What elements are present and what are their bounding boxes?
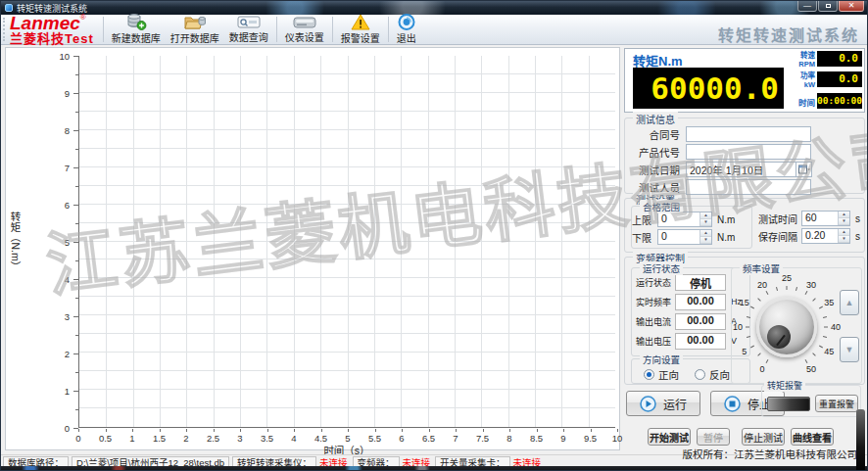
start-test-button[interactable]: 开始测试 bbox=[648, 428, 691, 446]
toolbar-button-label: 打开数据库 bbox=[170, 30, 219, 45]
toolbar-button-label: 退出 bbox=[397, 30, 416, 45]
chart-plot-area bbox=[78, 56, 615, 428]
frequency-down-button[interactable]: ▼ bbox=[840, 337, 859, 362]
test-date-value[interactable]: 2020年 1月10日 bbox=[686, 162, 796, 177]
test-info-group: 测试信息 合同号 产品代号 测试日期 2020年 1月10日 bbox=[624, 118, 865, 194]
knob-scale-label: 20 bbox=[757, 280, 767, 290]
product-code-input[interactable] bbox=[686, 144, 811, 160]
toolbar-right-title: 转矩转速测试系统 bbox=[718, 23, 859, 46]
taskbar-edge-bar bbox=[856, 409, 865, 471]
inverter-control-group: 变频器控制 运行状态 运行状态 停机 实时频率 00.00 Hz 输出电流 00… bbox=[624, 257, 865, 385]
spinner-buttons[interactable]: ▲▼ bbox=[838, 212, 849, 225]
open-database-button[interactable]: 打开数据库 bbox=[166, 15, 224, 44]
power-value-display: 0.0 bbox=[817, 71, 862, 87]
alarm-settings-button[interactable]: 报警设置 bbox=[336, 15, 385, 44]
test-duration-value: 60 bbox=[802, 212, 838, 225]
stop-test-button[interactable]: 停止测试 bbox=[742, 428, 785, 446]
spinner-buttons[interactable]: ▲▼ bbox=[699, 230, 711, 244]
chart-y-ticks: 012345678910 bbox=[45, 56, 78, 428]
torque-alarm-title: 转矩报警 bbox=[764, 379, 805, 392]
new-database-button[interactable]: 新建数据库 bbox=[107, 15, 166, 44]
instrument-settings-button[interactable]: 仪表设置 bbox=[280, 15, 329, 44]
spinner-buttons[interactable]: ▲▼ bbox=[838, 229, 849, 243]
test-duration-input[interactable]: 60 ▲▼ bbox=[801, 211, 850, 226]
upper-limit-unit: N.m bbox=[717, 214, 735, 225]
y-tick-label: 10 bbox=[59, 51, 70, 62]
y-tick-label: 4 bbox=[65, 274, 70, 285]
y-tick-label: 1 bbox=[65, 386, 70, 397]
lower-limit-value: 0 bbox=[658, 230, 699, 244]
maximize-icon bbox=[826, 4, 831, 8]
minimize-button[interactable]: — bbox=[797, 1, 817, 12]
y-tick-label: 5 bbox=[65, 237, 70, 248]
windows-taskbar[interactable] bbox=[1, 466, 868, 471]
knob-scale-label: 0 bbox=[759, 364, 764, 374]
test-date-label: 测试日期 bbox=[625, 163, 686, 177]
new-database-icon bbox=[125, 14, 147, 30]
torque-alarm-group: 转矩报警 重置报警 bbox=[761, 385, 861, 417]
power-label: 功率 kW bbox=[782, 72, 815, 89]
chart-y-axis-label: 转矩（N.m） bbox=[8, 56, 24, 428]
lower-limit-label: 下限 bbox=[632, 230, 657, 245]
application-window: 转矩转速测试系统 — ✕ Lanmec® 兰菱科技Test bbox=[0, 0, 868, 471]
copyright-text: 版权所有：江苏兰菱机电科技有限公司 bbox=[683, 447, 858, 461]
knob-tick bbox=[746, 327, 749, 328]
knob-scale-label: 15 bbox=[740, 298, 749, 307]
knob-sphere[interactable] bbox=[756, 297, 817, 357]
direction-reverse-radio[interactable]: 反向 bbox=[695, 367, 730, 382]
calendar-icon bbox=[798, 165, 810, 175]
knob-tick bbox=[813, 298, 817, 302]
radio-unselected-icon bbox=[695, 369, 705, 380]
save-interval-input[interactable]: 0.20 ▲▼ bbox=[801, 228, 850, 244]
knob-scale-label: 5 bbox=[742, 347, 747, 356]
frequency-up-button[interactable]: ▲ bbox=[840, 290, 859, 315]
direction-forward-radio[interactable]: 正向 bbox=[644, 367, 679, 382]
test-duration-label: 测试时间 bbox=[754, 212, 801, 226]
qualified-range-title: 合格范围 bbox=[640, 200, 683, 213]
exit-button[interactable]: 退出 bbox=[392, 15, 421, 44]
maximize-button[interactable] bbox=[818, 1, 838, 12]
speed-label: 转速 RPM bbox=[782, 52, 815, 69]
reset-alarm-label: 重置报警 bbox=[819, 398, 854, 410]
toolbar-divider bbox=[332, 17, 333, 42]
test-settings-group: 测试设置 合格范围 上限 0 ▲▼ N.m 下限 0 ▲▼ bbox=[624, 198, 865, 253]
knob-tick bbox=[805, 291, 808, 295]
upper-limit-input[interactable]: 0 ▲▼ bbox=[657, 212, 712, 227]
spinner-buttons[interactable]: ▲▼ bbox=[699, 212, 711, 226]
speed-value-display: 0.0 bbox=[817, 51, 862, 67]
stop-icon bbox=[724, 396, 741, 412]
knob-tick bbox=[805, 359, 808, 363]
run-state-value: 停机 bbox=[675, 274, 726, 291]
y-tick-label: 6 bbox=[65, 200, 70, 211]
run-state-label: 运行状态 bbox=[632, 276, 675, 289]
play-icon bbox=[640, 396, 656, 412]
window-titlebar[interactable]: 转矩转速测试系统 — ✕ bbox=[1, 1, 868, 15]
pause-button[interactable]: 暂停 bbox=[697, 428, 730, 446]
reset-alarm-button[interactable]: 重置报警 bbox=[815, 395, 858, 412]
exit-icon bbox=[398, 14, 415, 30]
forward-label: 正向 bbox=[658, 367, 679, 382]
knob-tick bbox=[766, 359, 769, 363]
torque-value-display: 60000.0 bbox=[633, 68, 784, 109]
toolbar-button-label: 仪表设置 bbox=[285, 29, 324, 44]
contract-input[interactable] bbox=[686, 126, 811, 142]
date-picker-button[interactable] bbox=[796, 162, 812, 177]
stop-test-label: 停止测试 bbox=[744, 430, 783, 445]
direction-setting-title: 方向设置 bbox=[640, 353, 683, 366]
frequency-knob[interactable]: 05101520253035404550 bbox=[732, 272, 842, 382]
run-button[interactable]: 运行 bbox=[626, 391, 700, 416]
save-interval-value: 0.20 bbox=[802, 229, 838, 243]
tester-input[interactable] bbox=[686, 179, 811, 195]
alarm-indicator bbox=[767, 397, 810, 411]
app-icon bbox=[5, 4, 13, 12]
lower-limit-input[interactable]: 0 ▲▼ bbox=[657, 229, 712, 245]
chart-grid bbox=[79, 56, 615, 427]
knob-tick bbox=[787, 286, 788, 290]
test-info-title: 测试信息 bbox=[633, 112, 678, 126]
toolbar-button-label: 报警设置 bbox=[341, 30, 380, 45]
running-status-title: 运行状态 bbox=[640, 261, 683, 275]
data-query-button[interactable]: 数据查询 bbox=[224, 15, 273, 44]
close-button[interactable]: ✕ bbox=[839, 1, 864, 12]
knob-scale-label: 10 bbox=[733, 322, 743, 332]
view-curve-button[interactable]: 曲线查看 bbox=[791, 428, 834, 446]
